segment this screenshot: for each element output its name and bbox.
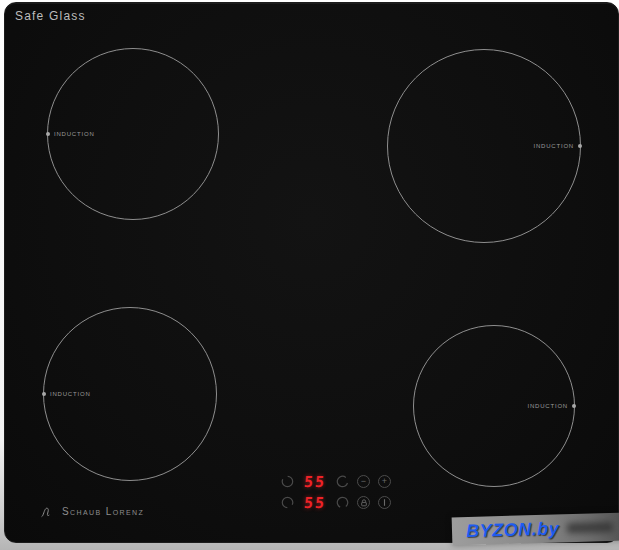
- zone-label-text: INDUCTION: [533, 143, 574, 149]
- zone-marker-dot-icon: [46, 132, 50, 136]
- burner-zone-front-right: INDUCTION: [413, 325, 575, 487]
- surface-safety-text: Safe Glass: [15, 9, 86, 23]
- brand-name-text: Schaub Lorenz: [62, 506, 144, 517]
- zone-label-front-left: INDUCTION: [42, 391, 91, 397]
- zone-label-text: INDUCTION: [54, 131, 95, 137]
- burner-zone-back-right: INDUCTION: [387, 49, 581, 243]
- control-row-bottom: 55: [281, 495, 391, 510]
- zone-select-right-icon[interactable]: [336, 496, 349, 509]
- power-level-display-top: 55: [301, 473, 329, 491]
- minus-button[interactable]: −: [357, 475, 370, 488]
- power-button[interactable]: [378, 496, 391, 509]
- zone-marker-dot-icon: [572, 404, 576, 408]
- watermark-blur-smudge: [567, 522, 613, 533]
- touch-control-panel: 55 − + 55: [281, 474, 391, 510]
- zone-marker-dot-icon: [42, 392, 46, 396]
- power-level-display-bottom: 55: [301, 494, 329, 512]
- schaub-lorenz-logo-icon: [41, 505, 57, 518]
- zone-select-right-icon[interactable]: [336, 475, 349, 488]
- zone-label-back-left: INDUCTION: [46, 131, 95, 137]
- zone-label-back-right: INDUCTION: [533, 143, 582, 149]
- child-lock-button[interactable]: [357, 496, 370, 509]
- zone-label-text: INDUCTION: [527, 403, 568, 409]
- watermark-strip: BYZON.by: [452, 513, 619, 546]
- brand-logo: Schaub Lorenz: [41, 505, 144, 518]
- burner-zone-front-left: INDUCTION: [43, 307, 217, 481]
- zone-marker-dot-icon: [578, 144, 582, 148]
- zone-select-left-icon[interactable]: [281, 475, 294, 488]
- control-row-top: 55 − +: [281, 474, 391, 489]
- zone-label-front-right: INDUCTION: [527, 403, 576, 409]
- cooktop-surface: Safe Glass INDUCTION INDUCTION INDUCTION…: [4, 2, 619, 543]
- watermark-text: BYZON.by: [466, 518, 560, 542]
- plus-button[interactable]: +: [378, 475, 391, 488]
- burner-zone-back-left: INDUCTION: [47, 48, 219, 220]
- zone-label-text: INDUCTION: [50, 391, 91, 397]
- zone-select-left-icon[interactable]: [281, 496, 294, 509]
